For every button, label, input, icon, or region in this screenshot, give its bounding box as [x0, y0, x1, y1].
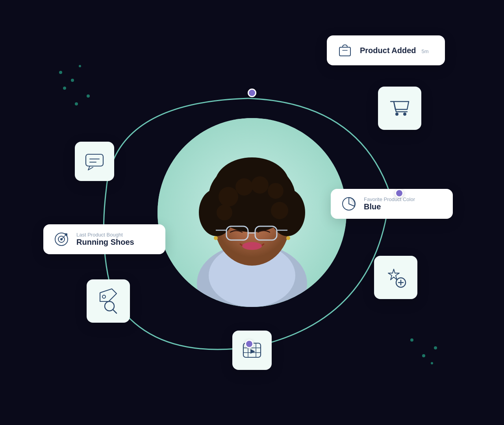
connector-dot-right: [395, 189, 404, 198]
svg-point-13: [268, 183, 284, 199]
svg-point-26: [395, 113, 398, 116]
svg-point-23: [286, 236, 290, 240]
card-favorite-color: Favorite Product Color Blue: [331, 189, 453, 219]
product-added-text: Product Added 5m: [360, 46, 429, 55]
card-product-added: Product Added 5m: [327, 35, 445, 65]
card-message: [75, 142, 114, 181]
favorite-color-text: Favorite Product Color Blue: [364, 196, 415, 211]
tag-search-icon: [95, 288, 121, 314]
svg-rect-24: [339, 47, 350, 56]
svg-point-10: [219, 187, 238, 207]
svg-point-27: [403, 113, 406, 116]
connector-dot-top: [248, 89, 256, 97]
product-added-time: 5m: [422, 48, 429, 54]
pie-chart-icon: [339, 194, 358, 213]
last-product-value: Running Shoes: [76, 238, 134, 247]
product-added-label: Product Added: [360, 46, 416, 55]
favorite-color-value: Blue: [364, 202, 415, 211]
svg-point-22: [214, 236, 218, 240]
svg-point-11: [235, 178, 253, 196]
star-add-icon: [383, 264, 409, 290]
last-product-label: Last Product Bought: [76, 232, 134, 238]
card-video: [232, 331, 272, 370]
cart-icon: [387, 96, 412, 120]
card-shopping-cart: [378, 87, 421, 130]
connector-dot-video: [245, 340, 254, 348]
last-product-text: Last Product Bought Running Shoes: [76, 232, 134, 247]
svg-point-12: [251, 176, 269, 194]
svg-marker-47: [250, 349, 255, 354]
svg-point-15: [271, 202, 288, 219]
avatar: [158, 118, 346, 307]
favorite-color-label: Favorite Product Color: [364, 196, 415, 202]
target-icon: [52, 230, 71, 249]
card-tag-search: [87, 279, 130, 323]
svg-point-36: [102, 295, 106, 298]
card-star-add: [374, 256, 417, 299]
svg-point-21: [242, 242, 262, 250]
main-scene: Product Added 5m Favorite Pro: [35, 24, 469, 401]
svg-point-14: [217, 205, 232, 220]
svg-line-38: [113, 310, 117, 313]
card-last-product: Last Product Bought Running Shoes: [43, 224, 165, 254]
svg-rect-39: [86, 154, 103, 166]
message-icon: [83, 150, 106, 172]
shopping-bag-icon: [335, 41, 354, 60]
